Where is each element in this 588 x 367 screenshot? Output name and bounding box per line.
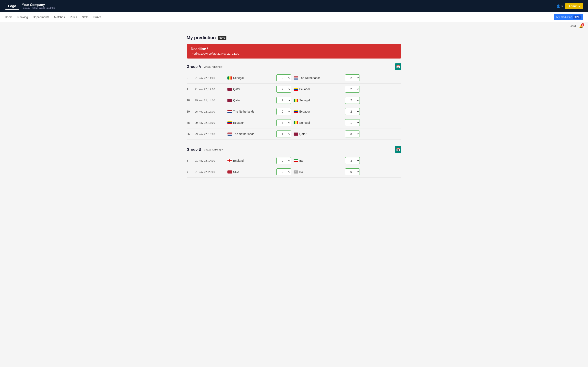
page-title-row: My prediction 99% <box>187 35 401 40</box>
away-score-select[interactable]: 0123456789 <box>345 168 360 175</box>
flag-qatar-icon <box>227 88 232 91</box>
my-prediction-nav-button[interactable]: My prediction 99% <box>554 14 583 20</box>
home-score-select[interactable]: 0123456789 <box>277 168 291 175</box>
user-menu-button[interactable]: 👤 ▾ <box>556 4 563 8</box>
deadline-title: Deadline ! <box>191 47 397 51</box>
calendar-button-1[interactable]: 📅 <box>395 146 401 153</box>
team-home: USA <box>227 170 277 174</box>
match-date: 21 Nov 22, 17:00 <box>195 88 227 91</box>
away-score-select[interactable]: 0123456789 <box>345 157 360 164</box>
group-header-1: Group B Virtual ranking » 📅 <box>187 146 401 153</box>
away-score-select[interactable]: 0123456789 <box>345 119 360 126</box>
group-header-left-0: Group A Virtual ranking » <box>187 65 223 69</box>
page-pct-badge: 99% <box>218 36 226 40</box>
table-row: 18 25 Nov 22, 14:00 Qatar 0123456789 Sen… <box>187 95 401 106</box>
team-away-name: Iran <box>299 159 304 162</box>
home-score-select[interactable]: 0123456789 <box>277 108 291 115</box>
table-row: 3 21 Nov 22, 14:00 England 0123456789 Ir… <box>187 155 401 166</box>
home-score-select[interactable]: 0123456789 <box>277 119 291 126</box>
away-score-select[interactable]: 0123456789 <box>345 131 360 137</box>
match-date: 25 Nov 22, 14:00 <box>195 99 227 102</box>
home-score-select[interactable]: 0123456789 <box>277 75 291 81</box>
match-date: 21 Nov 22, 20:00 <box>195 170 227 174</box>
main-content: My prediction 99% Deadline ! Predict 100… <box>182 30 406 189</box>
home-score-select[interactable]: 0123456789 <box>277 97 291 104</box>
team-home-name: Senegal <box>233 76 243 80</box>
board-link[interactable]: Board <box>569 25 576 27</box>
group-section-1: Group B Virtual ranking » 📅 3 21 Nov 22,… <box>187 146 401 178</box>
home-score-select[interactable]: 0123456789 <box>277 131 291 137</box>
group-title-0: Group A <box>187 65 201 69</box>
match-date: 21 Nov 22, 14:00 <box>195 159 227 162</box>
nav-rules[interactable]: Rules <box>70 15 77 20</box>
header-right: 👤 ▾ Admin » <box>556 3 583 9</box>
team-home: The Netherlands <box>227 132 277 136</box>
match-num: 3 <box>187 159 195 162</box>
team-away-name: Ecuador <box>299 110 310 113</box>
table-row: 19 25 Nov 22, 17:00 The Netherlands 0123… <box>187 106 401 117</box>
match-date: 25 Nov 22, 17:00 <box>195 110 227 113</box>
nav-prizes[interactable]: Prizes <box>94 15 102 20</box>
group-header-left-1: Group B Virtual ranking » <box>187 147 223 152</box>
flag-netherlands-icon <box>227 110 232 113</box>
my-prediction-nav-label: My prediction <box>556 16 572 18</box>
match-num: 4 <box>187 170 195 174</box>
team-away: The Netherlands <box>294 76 343 80</box>
team-away: Iran <box>294 159 343 162</box>
table-row: 35 29 Nov 22, 16:00 Ecuador 0123456789 S… <box>187 117 401 128</box>
top-header: Logo Your Company Fantasy Football World… <box>0 0 588 12</box>
match-num: 19 <box>187 110 195 113</box>
table-row: 2 21 Nov 22, 11:00 Senegal 0123456789 Th… <box>187 72 401 83</box>
table-row: 36 29 Nov 22, 16:00 The Netherlands 0123… <box>187 128 401 140</box>
flag-qatar-icon <box>227 99 232 102</box>
page-title-text: My prediction <box>187 35 216 40</box>
match-date: 29 Nov 22, 16:00 <box>195 133 227 136</box>
table-row: 4 21 Nov 22, 20:00 USA 0123456789 ? B4 0… <box>187 166 401 178</box>
nav-departments[interactable]: Departments <box>33 15 49 20</box>
team-away-name: B4 <box>299 170 303 174</box>
flag-ecuador-icon <box>294 88 298 91</box>
flag-senegal-icon <box>294 99 298 102</box>
flag-usa-icon <box>227 170 232 174</box>
nav-stats[interactable]: Stats <box>82 15 89 20</box>
logo-box: Logo <box>5 3 19 9</box>
away-score-select[interactable]: 0123456789 <box>345 86 360 92</box>
flag-unknown-icon: ? <box>294 170 298 174</box>
home-score-select[interactable]: 0123456789 <box>277 86 291 92</box>
team-home: Qatar <box>227 87 277 91</box>
team-away-name: Ecuador <box>299 87 310 91</box>
table-row: 1 21 Nov 22, 17:00 Qatar 0123456789 Ecua… <box>187 83 401 95</box>
flag-netherlands-icon <box>227 133 232 136</box>
deadline-sub: Predict 100% before 21 Nov 22, 11:00 <box>191 52 397 55</box>
deadline-banner: Deadline ! Predict 100% before 21 Nov 22… <box>187 44 401 58</box>
team-away-name: Qatar <box>299 132 306 136</box>
team-away: Qatar <box>294 132 343 136</box>
team-home-name: Ecuador <box>233 121 244 124</box>
home-score-select[interactable]: 0123456789 <box>277 157 291 164</box>
nav-ranking[interactable]: Ranking <box>17 15 28 20</box>
team-home: The Netherlands <box>227 110 277 113</box>
team-away: Senegal <box>294 121 343 124</box>
nav-home[interactable]: Home <box>5 15 12 20</box>
calendar-button-0[interactable]: 📅 <box>395 63 401 70</box>
away-score-select[interactable]: 0123456789 <box>345 75 360 81</box>
team-home-name: England <box>233 159 243 162</box>
nav-bar: Home Ranking Departments Matches Rules S… <box>0 12 588 22</box>
away-score-select[interactable]: 0123456789 <box>345 108 360 115</box>
admin-button[interactable]: Admin » <box>565 3 583 9</box>
match-date: 29 Nov 22, 16:00 <box>195 121 227 124</box>
team-home: Qatar <box>227 99 277 102</box>
board-bar: Board 🔔 1 <box>0 22 588 30</box>
team-home: England <box>227 159 277 162</box>
away-score-select[interactable]: 0123456789 <box>345 97 360 104</box>
virtual-ranking-link-0[interactable]: Virtual ranking » <box>204 65 223 68</box>
flag-iran-icon <box>294 159 298 162</box>
nav-matches[interactable]: Matches <box>54 15 65 20</box>
nav-links: Home Ranking Departments Matches Rules S… <box>5 15 101 20</box>
virtual-ranking-link-1[interactable]: Virtual ranking » <box>204 148 223 151</box>
group-title-1: Group B <box>187 147 201 152</box>
flag-england-icon <box>227 159 232 162</box>
match-num: 35 <box>187 121 195 124</box>
bell-button[interactable]: 🔔 1 <box>579 24 583 28</box>
flag-netherlands-icon <box>294 76 298 80</box>
